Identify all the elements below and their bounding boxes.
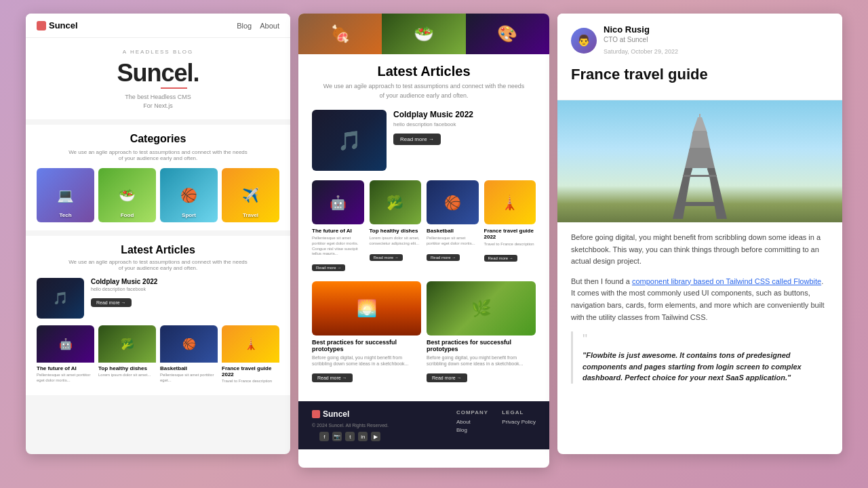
right-header: 👨 Nico Rusig CTO at Suncel Saturday, Oct… (557, 14, 842, 100)
hero-title: Suncel. (39, 59, 277, 87)
mid-article-content-ai: The future of AI Pellentesque sit amet p… (312, 228, 364, 272)
right-article-body: Before going digital, you might benefit … (557, 222, 842, 401)
mid-content: Latest Articles We use an agile approach… (298, 54, 549, 401)
mid-footer-legal-col: LEGAL Privacy Policy (502, 409, 536, 435)
left-categories: Categories We use an agile approach to t… (26, 125, 290, 230)
mid-best-card-2[interactable]: 🌿 Best practices for successful prototyp… (427, 281, 536, 382)
left-panel: Suncel Blog About A HEADLESS BLOG Suncel… (26, 14, 290, 454)
mid-article-desc-travel: Travel to France description (484, 242, 536, 247)
mid-best-desc-2: Before going digital, you might benefit … (427, 354, 536, 367)
small-title-food: Top healthy dishes (98, 365, 156, 371)
mid-footer-cols: COMPANY About Blog LEGAL Privacy Policy (456, 409, 536, 435)
mid-footer-copyright: © 2024 Suncel. All Rights Reserved. (312, 423, 389, 428)
mid-article-title-ai: The future of AI (312, 228, 364, 234)
mid-article-readmore-basket[interactable]: Read more → (427, 254, 460, 261)
small-article-ai[interactable]: 🤖 The future of AI Pellentesque sit amet… (37, 325, 94, 387)
right-para-2: But then I found a component library bas… (571, 276, 829, 323)
featured-desc: hello description facebook (91, 287, 157, 291)
mid-article-img-food: 🥦 (370, 180, 422, 224)
featured-article-img: 🎵 (37, 278, 84, 319)
category-tech-label: Tech (37, 212, 94, 218)
mid-article-content-basket: Basketball Pellentesque sit amet porttit… (427, 228, 479, 262)
mid-article-travel[interactable]: 🗼 France travel guide 2022 Travel to Fra… (484, 180, 536, 272)
mid-article-img-ai: 🤖 (312, 180, 364, 224)
mid-best-img-2: 🌿 (427, 281, 536, 336)
mid-best-readmore-1[interactable]: Read more → (312, 373, 353, 382)
nav-link-blog[interactable]: Blog (237, 22, 252, 30)
small-article-basketball[interactable]: 🏀 Basketball Pellentesque sit amet portt… (160, 325, 218, 387)
category-food[interactable]: 🥗 Food (98, 168, 156, 222)
mid-article-title-basket: Basketball (427, 228, 479, 234)
category-food-label: Food (98, 212, 156, 218)
company-link-about[interactable]: About (456, 419, 488, 425)
mid-articles-grid: 🤖 The future of AI Pellentesque sit amet… (312, 180, 536, 272)
mid-article-ai[interactable]: 🤖 The future of AI Pellentesque sit amet… (312, 180, 364, 272)
author-role: CTO at Suncel (604, 36, 678, 43)
mid-article-img-travel: 🗼 (484, 180, 536, 224)
mid-article-readmore-ai[interactable]: Read more → (312, 264, 345, 271)
author-info: Nico Rusig CTO at Suncel Saturday, Octob… (604, 24, 678, 56)
mid-section-desc: We use an agile approach to test assumpt… (312, 82, 536, 100)
legal-link-privacy[interactable]: Privacy Policy (502, 419, 536, 425)
featured-article-content: Coldplay Music 2022 hello description fa… (91, 278, 157, 319)
facebook-icon[interactable]: f (319, 432, 329, 441)
quote-text: "Flowbite is just awesome. It contains t… (583, 350, 829, 384)
left-nav: Suncel Blog About (26, 14, 290, 38)
mid-article-readmore-travel[interactable]: Read more → (484, 255, 517, 262)
company-heading: COMPANY (456, 409, 488, 415)
svg-rect-9 (692, 132, 707, 134)
mid-featured-desc: hello description facebook (393, 121, 473, 127)
featured-article: 🎵 Coldplay Music 2022 hello description … (37, 278, 279, 319)
svg-rect-8 (689, 149, 711, 151)
mid-section-title: Latest Articles (312, 64, 536, 79)
quote-mark: " (583, 331, 829, 347)
mid-top-img-1: 🍖 (298, 14, 382, 54)
mid-best-readmore-2[interactable]: Read more → (427, 373, 467, 382)
category-travel[interactable]: ✈️ Travel (222, 168, 279, 222)
small-content-basket: Basketball Pellentesque sit amet porttit… (160, 363, 218, 386)
small-article-travel[interactable]: 🗼 France travel guide 2022 Travel to Fra… (222, 325, 279, 387)
mid-featured-content: Coldplay Music 2022 hello description fa… (393, 110, 473, 145)
linkedin-icon[interactable]: in (358, 432, 368, 441)
mid-featured-read-more[interactable]: Read more → (393, 134, 441, 145)
company-link-blog[interactable]: Blog (456, 427, 488, 433)
small-img-basket: 🏀 (160, 325, 218, 363)
svg-rect-3 (681, 202, 719, 206)
small-img-food: 🥦 (98, 325, 156, 363)
small-article-food[interactable]: 🥦 Top healthy dishes Lorem ipsum dolor s… (98, 325, 156, 387)
mid-top-img-3: 🎨 (466, 14, 549, 54)
small-img-ai: 🤖 (37, 325, 94, 363)
featured-title: Coldplay Music 2022 (91, 278, 157, 285)
small-desc-travel: Travel to France description (222, 379, 279, 384)
small-content-ai: The future of AI Pellentesque sit amet p… (37, 363, 94, 386)
youtube-icon[interactable]: ▶ (371, 432, 380, 441)
mid-article-food[interactable]: 🥦 Top healthy dishes Lorem ipsum dolor s… (370, 180, 422, 272)
small-articles-grid: 🤖 The future of AI Pellentesque sit amet… (37, 325, 279, 387)
mid-article-readmore-food[interactable]: Read more → (370, 254, 403, 261)
left-articles: Latest Articles We use an agile approach… (26, 236, 290, 395)
category-tech[interactable]: 💻 Tech (37, 168, 94, 222)
mid-best-desc-1: Before going digital, you might benefit … (312, 354, 421, 367)
svg-marker-5 (693, 117, 707, 131)
nav-logo[interactable]: Suncel (37, 20, 78, 30)
twitter-icon[interactable]: t (345, 432, 355, 441)
nav-link-about[interactable]: About (260, 22, 279, 30)
featured-read-more[interactable]: Read more → (91, 298, 132, 307)
mid-footer-logo-icon (312, 410, 320, 418)
left-hero: A HEADLESS BLOG Suncel. The best Headles… (26, 38, 290, 119)
mid-featured-img: 🎵 (312, 110, 387, 171)
flowbite-link[interactable]: component library based on Tailwind CSS … (632, 277, 821, 285)
right-panel: 👨 Nico Rusig CTO at Suncel Saturday, Oct… (557, 14, 842, 454)
instagram-icon[interactable]: 📷 (332, 432, 342, 441)
category-sport[interactable]: 🏀 Sport (160, 168, 218, 222)
small-desc-basket: Pellentesque sit amet porttitor eget... (160, 373, 218, 384)
middle-panel: 🍖 🥗 🎨 Latest Articles We use an agile ap… (298, 14, 549, 468)
mid-best-title-1: Best practices for successful prototypes (312, 339, 421, 352)
panels-container: Suncel Blog About A HEADLESS BLOG Suncel… (14, 14, 854, 474)
mid-article-basketball[interactable]: 🏀 Basketball Pellentesque sit amet portt… (427, 180, 479, 272)
mid-article-img-basket: 🏀 (427, 180, 479, 224)
right-quote: " "Flowbite is just awesome. It contains… (571, 331, 829, 384)
nav-logo-text: Suncel (49, 20, 78, 30)
mid-best-card-1[interactable]: 🌅 Best practices for successful prototyp… (312, 281, 421, 382)
mid-best-grid: 🌅 Best practices for successful prototyp… (312, 281, 536, 382)
